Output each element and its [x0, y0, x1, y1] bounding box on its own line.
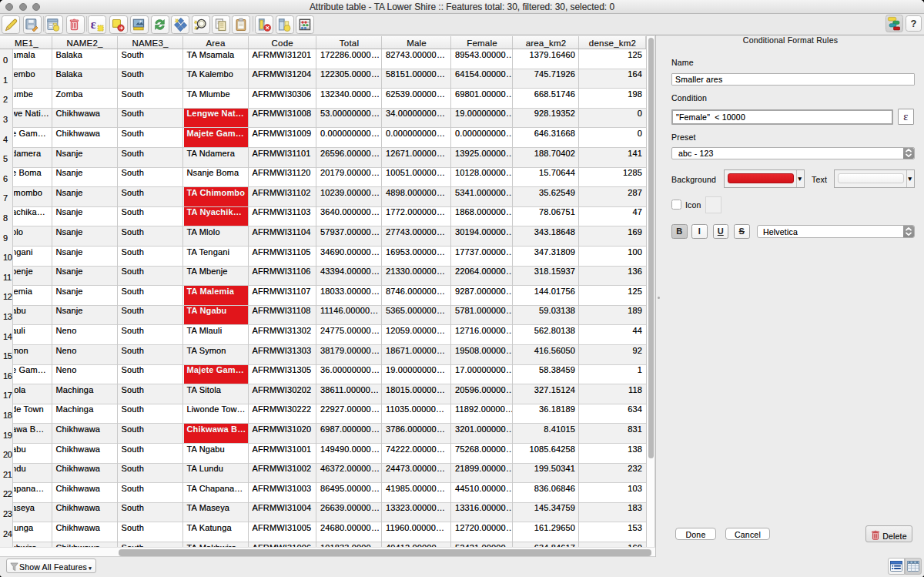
- svg-text:ε: ε: [90, 17, 95, 32]
